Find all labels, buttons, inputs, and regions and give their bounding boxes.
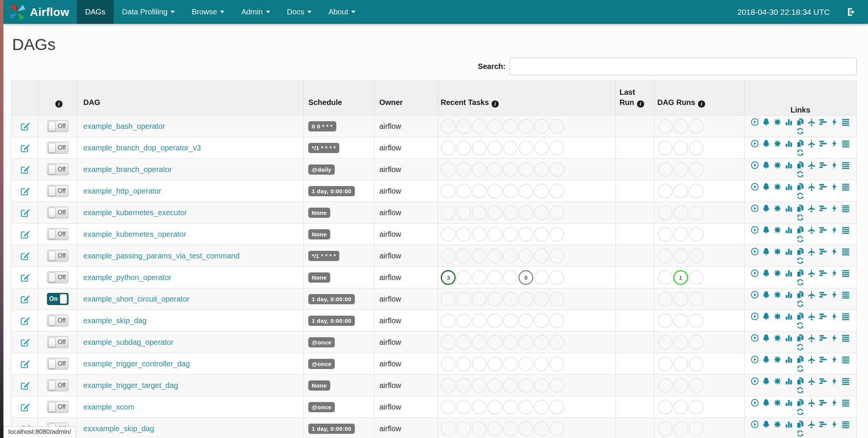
recent-task-circle[interactable] <box>534 141 549 155</box>
dag-link[interactable]: example_python_operator <box>83 273 171 282</box>
dag-run-circle[interactable] <box>673 205 688 220</box>
dag-run-circle[interactable] <box>673 141 688 155</box>
refresh-icon[interactable] <box>796 170 804 178</box>
recent-task-circle[interactable] <box>518 400 533 415</box>
refresh-icon[interactable] <box>796 408 804 416</box>
menu-icon[interactable] <box>841 334 850 342</box>
recent-task-circle[interactable] <box>441 357 456 371</box>
menu-icon[interactable] <box>841 377 850 385</box>
recent-task-circle[interactable] <box>550 421 564 436</box>
recent-task-circle[interactable] <box>534 205 549 220</box>
tree-icon[interactable] <box>762 420 770 429</box>
edit-dag-icon[interactable] <box>20 316 30 326</box>
dag-link[interactable]: example_skip_dag <box>83 316 147 325</box>
dag-pause-toggle[interactable]: Off <box>47 206 69 219</box>
recent-task-circle[interactable] <box>456 162 471 177</box>
dag-run-circle[interactable] <box>673 421 688 436</box>
tree-icon[interactable] <box>762 269 770 277</box>
recent-task-circle[interactable] <box>487 335 502 350</box>
bar-chart-icon[interactable] <box>785 355 793 364</box>
nav-item-data-profiling[interactable]: Data Profiling <box>114 0 183 24</box>
dag-run-circle[interactable] <box>689 378 704 393</box>
copy-icon[interactable] <box>796 226 804 234</box>
bolt-icon[interactable] <box>830 139 838 148</box>
brand[interactable]: Airflow <box>3 0 77 24</box>
edit-dag-icon[interactable] <box>20 272 30 283</box>
bolt-icon[interactable] <box>830 269 838 277</box>
refresh-icon[interactable] <box>796 257 804 265</box>
recent-task-circle[interactable] <box>503 249 518 263</box>
edit-dag-icon[interactable] <box>20 143 30 153</box>
recent-task-circle[interactable] <box>518 162 533 177</box>
play-circle-icon[interactable] <box>751 312 759 321</box>
recent-task-circle[interactable] <box>534 357 549 371</box>
dag-run-circle[interactable] <box>689 162 704 177</box>
menu-icon[interactable] <box>841 355 850 364</box>
edit-dag-icon[interactable] <box>20 229 30 239</box>
dag-link[interactable]: example_subdag_operator <box>83 338 173 346</box>
copy-icon[interactable] <box>796 334 804 342</box>
dag-link[interactable]: example_branch_dop_operator_v3 <box>83 144 201 152</box>
bolt-icon[interactable] <box>830 420 838 429</box>
dag-run-circle[interactable] <box>658 162 673 177</box>
recent-task-circle[interactable] <box>550 357 564 371</box>
menu-icon[interactable] <box>841 420 850 429</box>
bolt-icon[interactable] <box>830 118 838 126</box>
recent-task-circle[interactable] <box>534 313 549 328</box>
play-circle-icon[interactable] <box>751 269 759 277</box>
dag-pause-toggle[interactable]: Off <box>47 314 69 327</box>
search-input[interactable] <box>509 58 857 75</box>
sunburst-icon[interactable] <box>773 247 782 256</box>
plane-icon[interactable] <box>807 420 816 429</box>
sunburst-icon[interactable] <box>773 420 782 429</box>
dag-run-circle[interactable] <box>689 270 704 285</box>
bar-chart-icon[interactable] <box>785 161 793 169</box>
copy-icon[interactable] <box>796 161 804 169</box>
recent-task-circle[interactable] <box>472 119 487 134</box>
recent-task-circle[interactable] <box>472 205 487 220</box>
dag-run-circle[interactable] <box>673 249 688 263</box>
refresh-icon[interactable] <box>796 149 804 157</box>
edit-dag-icon[interactable] <box>20 359 30 369</box>
recent-task-circle[interactable] <box>472 162 487 177</box>
dag-run-circle[interactable] <box>689 184 704 199</box>
plane-icon[interactable] <box>807 291 816 299</box>
recent-task-circle[interactable] <box>550 378 564 393</box>
recent-task-circle[interactable] <box>456 421 471 436</box>
dag-link[interactable]: example_trigger_target_dag <box>83 381 178 390</box>
bolt-icon[interactable] <box>830 183 838 191</box>
refresh-icon[interactable] <box>796 386 804 394</box>
schedule-badge[interactable]: */1 * * * * <box>308 143 339 153</box>
recent-task-circle[interactable] <box>472 141 487 155</box>
dag-run-circle[interactable] <box>658 184 673 199</box>
recent-task-circle[interactable]: 8 <box>518 270 533 285</box>
recent-task-circle[interactable] <box>503 227 518 242</box>
recent-task-circle[interactable] <box>472 335 487 350</box>
menu-icon[interactable] <box>841 118 850 126</box>
recent-task-circle[interactable] <box>472 227 487 242</box>
recent-task-circle[interactable] <box>472 421 487 436</box>
recent-task-circle[interactable] <box>487 421 502 436</box>
plane-icon[interactable] <box>807 118 816 126</box>
plane-icon[interactable] <box>807 377 816 385</box>
bar-chart-icon[interactable] <box>785 399 793 407</box>
play-circle-icon[interactable] <box>751 399 759 407</box>
recent-task-circle[interactable] <box>487 184 502 199</box>
recent-task-circle[interactable] <box>550 205 564 220</box>
tree-icon[interactable] <box>762 226 770 234</box>
plane-icon[interactable] <box>807 247 816 256</box>
gantt-icon[interactable] <box>819 377 827 385</box>
play-circle-icon[interactable] <box>751 247 759 256</box>
info-icon[interactable]: i <box>492 100 499 108</box>
plane-icon[interactable] <box>807 312 816 321</box>
bolt-icon[interactable] <box>830 312 838 321</box>
recent-task-circle[interactable] <box>487 119 502 134</box>
info-icon[interactable]: i <box>55 100 62 108</box>
plane-icon[interactable] <box>807 139 816 148</box>
recent-task-circle[interactable] <box>503 313 518 328</box>
gantt-icon[interactable] <box>819 334 827 342</box>
sunburst-icon[interactable] <box>773 118 782 126</box>
recent-task-circle[interactable] <box>534 421 549 436</box>
refresh-icon[interactable] <box>796 192 804 200</box>
play-circle-icon[interactable] <box>751 226 759 234</box>
